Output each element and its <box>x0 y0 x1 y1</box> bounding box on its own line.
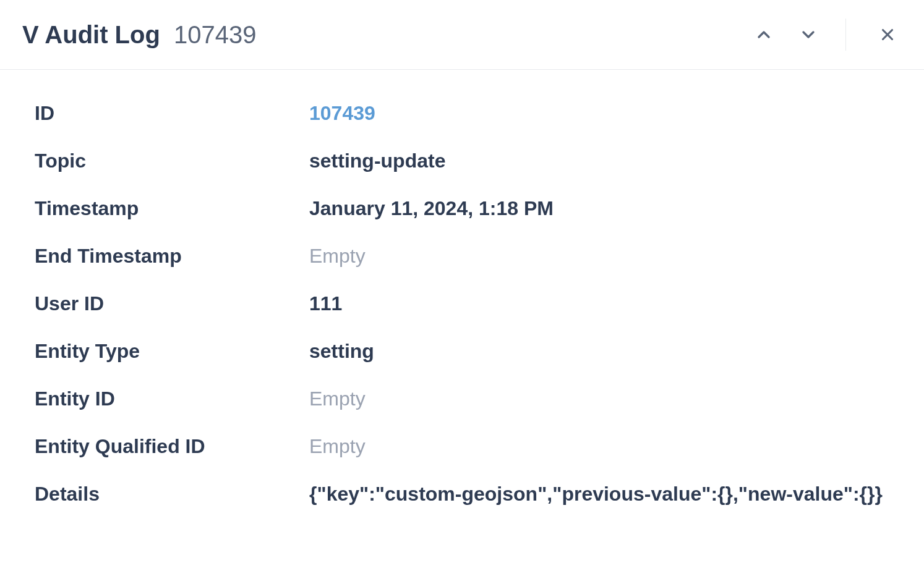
field-label-topic: Topic <box>35 150 309 172</box>
field-row-entity-type: Entity Type setting <box>35 340 889 363</box>
chevron-up-icon <box>754 25 774 44</box>
field-value-end-timestamp: Empty <box>309 245 366 268</box>
close-icon <box>878 25 897 44</box>
field-value-entity-type: setting <box>309 340 374 363</box>
field-row-timestamp: Timestamp January 11, 2024, 1:18 PM <box>35 197 889 220</box>
field-row-end-timestamp: End Timestamp Empty <box>35 245 889 268</box>
panel-header: V Audit Log 107439 <box>0 0 924 70</box>
field-label-details: Details <box>35 483 309 506</box>
field-label-user-id: User ID <box>35 292 309 315</box>
field-row-topic: Topic setting-update <box>35 150 889 172</box>
field-label-entity-id: Entity ID <box>35 388 309 410</box>
field-row-details: Details {"key":"custom-geojson","previou… <box>35 483 889 506</box>
field-row-user-id: User ID 111 <box>35 292 889 315</box>
chevron-down-icon <box>798 25 818 44</box>
detail-content: ID 107439 Topic setting-update Timestamp… <box>0 70 924 506</box>
previous-button[interactable] <box>751 22 776 47</box>
field-value-timestamp: January 11, 2024, 1:18 PM <box>309 197 554 220</box>
next-button[interactable] <box>796 22 821 47</box>
header-actions <box>751 19 899 51</box>
field-value-topic: setting-update <box>309 150 445 172</box>
page-title-id: 107439 <box>174 21 256 49</box>
header-title-group: V Audit Log 107439 <box>22 21 256 49</box>
page-title: V Audit Log <box>22 21 160 49</box>
field-label-end-timestamp: End Timestamp <box>35 245 309 268</box>
field-row-entity-qualified-id: Entity Qualified ID Empty <box>35 435 889 458</box>
field-label-entity-type: Entity Type <box>35 340 309 363</box>
field-value-id[interactable]: 107439 <box>309 102 375 125</box>
field-row-entity-id: Entity ID Empty <box>35 388 889 410</box>
field-value-user-id: 111 <box>309 292 342 315</box>
field-value-entity-id: Empty <box>309 388 366 410</box>
field-label-entity-qualified-id: Entity Qualified ID <box>35 435 309 458</box>
nav-buttons-group <box>751 19 846 51</box>
field-value-details: {"key":"custom-geojson","previous-value"… <box>309 483 883 506</box>
field-row-id: ID 107439 <box>35 102 889 125</box>
field-value-entity-qualified-id: Empty <box>309 435 366 458</box>
close-button[interactable] <box>876 23 899 46</box>
field-label-id: ID <box>35 102 309 125</box>
field-label-timestamp: Timestamp <box>35 197 309 220</box>
